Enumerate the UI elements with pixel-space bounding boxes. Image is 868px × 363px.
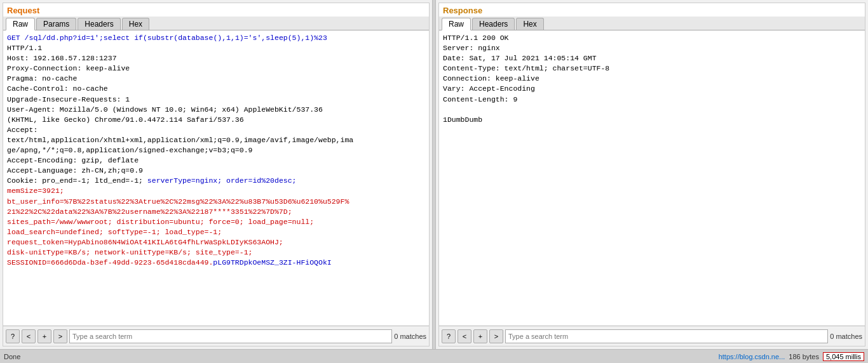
request-help-btn[interactable]: ? bbox=[6, 329, 20, 343]
tab-response-raw[interactable]: Raw bbox=[442, 18, 471, 30]
tab-request-hex[interactable]: Hex bbox=[122, 18, 149, 30]
response-search-bar: ? < + > 0 matches bbox=[439, 326, 865, 346]
tab-request-params[interactable]: Params bbox=[36, 18, 76, 30]
response-next-btn[interactable]: > bbox=[489, 329, 503, 343]
tab-response-hex[interactable]: Hex bbox=[516, 18, 543, 30]
request-title: Request bbox=[3, 3, 429, 16]
request-content-area[interactable]: GET /sql/dd.php?id=1';select if(substr(d… bbox=[3, 30, 429, 326]
response-tabs: Raw Headers Hex bbox=[439, 16, 865, 30]
request-search-input[interactable] bbox=[69, 329, 392, 343]
status-link[interactable]: https://blog.csdn.ne... bbox=[719, 353, 785, 360]
request-content-wrapper: GET /sql/dd.php?id=1';select if(substr(d… bbox=[3, 30, 429, 326]
request-tabs: Raw Params Headers Hex bbox=[3, 16, 429, 30]
status-millis: 5,045 millis bbox=[823, 352, 864, 361]
status-right: https://blog.csdn.ne... 186 bytes 5,045 … bbox=[719, 352, 864, 361]
request-search-bar: ? < + > 0 matches bbox=[3, 326, 429, 346]
request-panel: Request Raw Params Headers Hex GET /sql/… bbox=[3, 3, 430, 346]
response-match-count: 0 matches bbox=[830, 333, 862, 340]
request-next-btn[interactable]: > bbox=[53, 329, 67, 343]
panel-divider[interactable] bbox=[432, 0, 436, 349]
status-done: Done bbox=[4, 353, 20, 360]
response-help-btn[interactable]: ? bbox=[442, 329, 456, 343]
response-content-wrapper: HTTP/1.1 200 OK Server: nginx Date: Sat,… bbox=[439, 30, 865, 326]
response-panel: Response Raw Headers Hex HTTP/1.1 200 OK… bbox=[438, 3, 865, 346]
response-title: Response bbox=[439, 3, 865, 16]
response-prev-btn[interactable]: < bbox=[458, 329, 471, 343]
request-get-line: GET /sql/dd.php?id=1';select if(substr(d… bbox=[7, 34, 327, 42]
tab-response-headers[interactable]: Headers bbox=[472, 18, 515, 30]
tab-request-headers[interactable]: Headers bbox=[78, 18, 120, 30]
request-add-btn[interactable]: + bbox=[37, 329, 51, 343]
status-bar: Done https://blog.csdn.ne... 186 bytes 5… bbox=[0, 349, 868, 363]
response-add-btn[interactable]: + bbox=[473, 329, 487, 343]
response-search-input[interactable] bbox=[505, 329, 828, 343]
status-bytes: 186 bytes bbox=[789, 353, 819, 360]
request-prev-btn[interactable]: < bbox=[22, 329, 36, 343]
request-match-count: 0 matches bbox=[394, 333, 426, 340]
response-content-area[interactable]: HTTP/1.1 200 OK Server: nginx Date: Sat,… bbox=[439, 30, 865, 326]
tab-request-raw[interactable]: Raw bbox=[6, 18, 35, 30]
